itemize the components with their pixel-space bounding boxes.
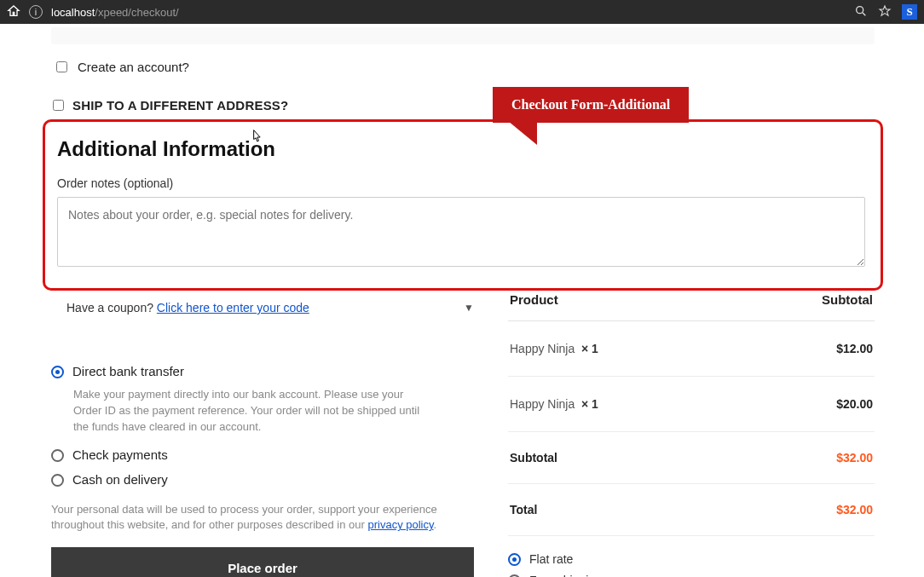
payment-option-check[interactable]: Check payments — [51, 447, 474, 462]
content-strip — [51, 27, 875, 44]
ship-different-row: SHIP TO A DIFFERENT ADDRESS? — [53, 98, 875, 113]
payment-methods: Direct bank transfer Make your payment d… — [51, 364, 474, 487]
create-account-checkbox[interactable] — [56, 61, 67, 72]
radio-bank[interactable] — [51, 366, 64, 378]
summary-col-subtotal: Subtotal — [822, 292, 873, 307]
table-row: Happy Ninja × 1 $12.00 — [508, 321, 875, 377]
payment-bank-desc: Make your payment directly into our bank… — [73, 387, 431, 436]
summary-header: Product Subtotal — [508, 292, 875, 321]
summary-col-product: Product — [510, 292, 558, 307]
shipping-free-label: Free shipping — [529, 574, 602, 578]
order-notes-label: Order notes (optional) — [57, 176, 865, 190]
radio-flat-rate[interactable] — [508, 553, 521, 566]
item-qty: × 1 — [578, 397, 598, 411]
ship-different-checkbox[interactable] — [53, 100, 64, 111]
item-price: $20.00 — [836, 397, 873, 411]
browser-address-bar: i localhost/xpeed/checkout/ S — [0, 0, 924, 24]
radio-check[interactable] — [51, 449, 64, 462]
summary-total-row: Total $32.00 — [508, 484, 875, 536]
home-icon[interactable] — [7, 4, 20, 20]
chevron-down-icon[interactable]: ▼ — [464, 302, 474, 314]
item-name: Happy Ninja — [510, 342, 578, 355]
total-label: Total — [510, 503, 537, 516]
coupon-question: Have a coupon? — [66, 301, 157, 314]
place-order-button[interactable]: Place order — [51, 547, 474, 577]
order-notes-input[interactable] — [57, 197, 865, 267]
svg-point-0 — [857, 6, 863, 13]
extension-s-icon[interactable]: S — [902, 4, 917, 20]
shipping-flat-rate[interactable]: Flat rate — [508, 551, 875, 566]
ship-different-label[interactable]: SHIP TO A DIFFERENT ADDRESS? — [72, 98, 288, 113]
privacy-text: Your personal data will be used to proce… — [51, 502, 474, 534]
shipping-flat-label: Flat rate — [529, 552, 573, 566]
item-price: $12.00 — [836, 342, 873, 355]
shipping-free[interactable]: Free shipping — [508, 573, 875, 577]
url-host: localhost — [51, 6, 95, 19]
summary-subtotal-row: Subtotal $32.00 — [508, 432, 875, 484]
search-icon[interactable] — [854, 4, 868, 20]
bookmark-star-icon[interactable] — [878, 4, 892, 20]
payment-cod-label: Cash on delivery — [72, 472, 168, 487]
create-account-label: Create an account? — [78, 60, 189, 74]
shipping-options: Flat rate Free shipping — [508, 551, 875, 577]
url-display[interactable]: localhost/xpeed/checkout/ — [51, 6, 179, 19]
item-name: Happy Ninja — [510, 397, 578, 411]
svg-line-1 — [863, 13, 865, 15]
subtotal-value: $32.00 — [836, 451, 873, 464]
payment-option-cod[interactable]: Cash on delivery — [51, 472, 474, 487]
additional-info-section: Additional Information Order notes (opti… — [43, 119, 883, 291]
coupon-row: Have a coupon? Click here to enter your … — [51, 296, 474, 320]
annotation-callout: Checkout Form-Additional — [493, 87, 689, 123]
radio-cod[interactable] — [51, 474, 64, 487]
additional-info-heading: Additional Information — [57, 137, 865, 161]
privacy-policy-link[interactable]: privacy policy — [367, 518, 433, 531]
payment-bank-label: Direct bank transfer — [72, 364, 184, 378]
coupon-link[interactable]: Click here to enter your code — [157, 301, 309, 314]
total-value: $32.00 — [836, 503, 873, 516]
payment-option-bank[interactable]: Direct bank transfer — [51, 364, 474, 378]
table-row: Happy Ninja × 1 $20.00 — [508, 377, 875, 432]
item-qty: × 1 — [578, 342, 598, 355]
subtotal-label: Subtotal — [510, 451, 557, 464]
payment-check-label: Check payments — [72, 447, 168, 462]
site-info-icon[interactable]: i — [29, 5, 43, 19]
create-account-row: Create an account? — [56, 60, 875, 74]
url-path: /xpeed/checkout/ — [95, 6, 178, 19]
